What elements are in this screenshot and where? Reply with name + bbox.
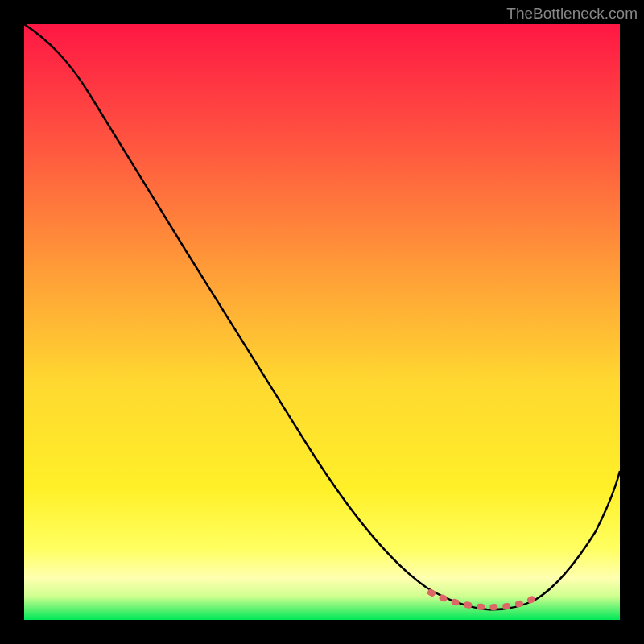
watermark-text: TheBottleneck.com <box>506 5 638 23</box>
curve-overlay <box>24 24 620 620</box>
chart-area <box>24 24 620 620</box>
bottleneck-curve <box>24 24 620 609</box>
optimal-zone-marker <box>431 592 533 607</box>
